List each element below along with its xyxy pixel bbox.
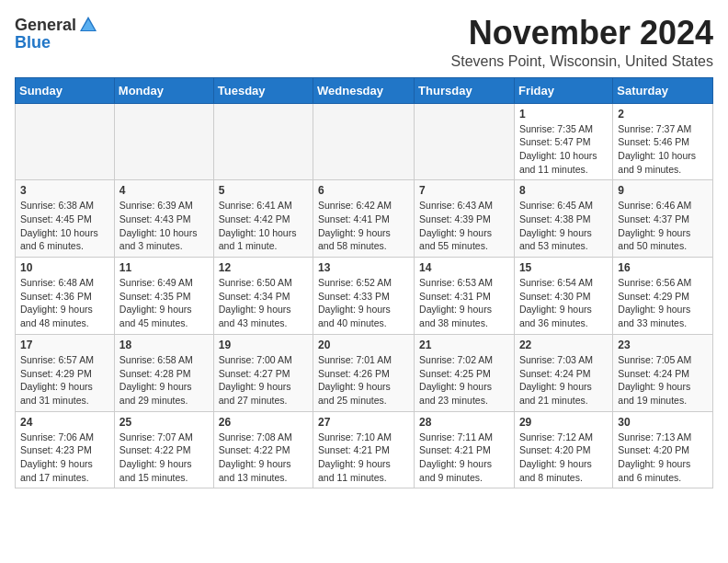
weekday-header-tuesday: Tuesday — [213, 77, 313, 103]
day-info: Sunrise: 7:03 AMSunset: 4:24 PMDaylight:… — [519, 353, 608, 408]
calendar-cell: 30Sunrise: 7:13 AMSunset: 4:20 PMDayligh… — [613, 411, 713, 488]
calendar-cell: 3Sunrise: 6:38 AMSunset: 4:45 PMDaylight… — [16, 180, 115, 258]
day-number: 14 — [419, 261, 509, 274]
calendar-cell: 2Sunrise: 7:37 AMSunset: 5:46 PMDaylight… — [613, 103, 713, 180]
calendar-cell — [213, 103, 313, 180]
weekday-header-sunday: Sunday — [16, 77, 115, 103]
calendar-week-1: 1Sunrise: 7:35 AMSunset: 5:47 PMDaylight… — [16, 103, 713, 180]
calendar-cell: 11Sunrise: 6:49 AMSunset: 4:35 PMDayligh… — [114, 258, 213, 335]
page-header: General Blue November 2024 Stevens Point… — [15, 15, 713, 70]
day-info: Sunrise: 6:46 AMSunset: 4:37 PMDaylight:… — [618, 199, 708, 253]
day-info: Sunrise: 7:02 AMSunset: 4:25 PMDaylight:… — [419, 353, 509, 408]
logo: General Blue — [15, 15, 98, 52]
calendar-cell: 9Sunrise: 6:46 AMSunset: 4:37 PMDaylight… — [613, 180, 713, 258]
day-info: Sunrise: 7:13 AMSunset: 4:20 PMDaylight:… — [618, 431, 708, 485]
weekday-header-wednesday: Wednesday — [313, 77, 415, 103]
day-number: 24 — [20, 416, 109, 429]
day-info: Sunrise: 6:39 AMSunset: 4:43 PMDaylight:… — [119, 199, 209, 253]
day-number: 17 — [20, 339, 109, 351]
day-info: Sunrise: 6:54 AMSunset: 4:30 PMDaylight:… — [519, 276, 608, 330]
day-number: 8 — [519, 184, 608, 197]
day-number: 13 — [318, 261, 409, 274]
day-info: Sunrise: 7:08 AMSunset: 4:22 PMDaylight:… — [219, 431, 308, 485]
calendar-cell — [313, 103, 415, 180]
day-number: 7 — [419, 184, 509, 197]
logo-blue-text: Blue — [15, 33, 51, 52]
calendar-cell: 14Sunrise: 6:53 AMSunset: 4:31 PMDayligh… — [415, 258, 515, 335]
calendar-cell: 23Sunrise: 7:05 AMSunset: 4:24 PMDayligh… — [613, 334, 713, 411]
day-number: 19 — [219, 339, 308, 351]
calendar-week-4: 17Sunrise: 6:57 AMSunset: 4:29 PMDayligh… — [16, 334, 713, 411]
day-info: Sunrise: 6:52 AMSunset: 4:33 PMDaylight:… — [318, 276, 409, 330]
day-info: Sunrise: 7:01 AMSunset: 4:26 PMDaylight:… — [318, 353, 409, 408]
day-number: 23 — [618, 339, 708, 351]
day-info: Sunrise: 7:05 AMSunset: 4:24 PMDaylight:… — [618, 353, 708, 408]
calendar-cell — [114, 103, 213, 180]
day-number: 6 — [318, 184, 409, 197]
weekday-header-thursday: Thursday — [415, 77, 515, 103]
calendar-cell: 27Sunrise: 7:10 AMSunset: 4:21 PMDayligh… — [313, 411, 415, 488]
day-info: Sunrise: 7:07 AMSunset: 4:22 PMDaylight:… — [119, 431, 209, 485]
calendar-cell: 6Sunrise: 6:42 AMSunset: 4:41 PMDaylight… — [313, 180, 415, 258]
calendar-cell: 22Sunrise: 7:03 AMSunset: 4:24 PMDayligh… — [514, 334, 612, 411]
calendar-cell: 8Sunrise: 6:45 AMSunset: 4:38 PMDaylight… — [514, 180, 612, 258]
day-number: 12 — [219, 261, 308, 274]
calendar-table: SundayMondayTuesdayWednesdayThursdayFrid… — [15, 77, 713, 489]
calendar-header-row: SundayMondayTuesdayWednesdayThursdayFrid… — [16, 77, 713, 103]
calendar-cell: 25Sunrise: 7:07 AMSunset: 4:22 PMDayligh… — [114, 411, 213, 488]
calendar-week-3: 10Sunrise: 6:48 AMSunset: 4:36 PMDayligh… — [16, 258, 713, 335]
day-info: Sunrise: 6:53 AMSunset: 4:31 PMDaylight:… — [419, 276, 509, 330]
logo-icon — [78, 15, 98, 35]
day-number: 27 — [318, 416, 409, 429]
day-number: 2 — [618, 108, 708, 121]
day-info: Sunrise: 7:11 AMSunset: 4:21 PMDaylight:… — [419, 431, 509, 485]
calendar-cell: 13Sunrise: 6:52 AMSunset: 4:33 PMDayligh… — [313, 258, 415, 335]
logo-general-text: General — [15, 16, 76, 35]
calendar-cell: 10Sunrise: 6:48 AMSunset: 4:36 PMDayligh… — [16, 258, 115, 335]
day-info: Sunrise: 6:56 AMSunset: 4:29 PMDaylight:… — [618, 276, 708, 330]
day-number: 25 — [119, 416, 209, 429]
day-info: Sunrise: 7:10 AMSunset: 4:21 PMDaylight:… — [318, 431, 409, 485]
day-number: 18 — [119, 339, 209, 351]
day-info: Sunrise: 7:37 AMSunset: 5:46 PMDaylight:… — [618, 122, 708, 177]
day-number: 20 — [318, 339, 409, 351]
day-number: 11 — [119, 261, 209, 274]
day-number: 9 — [618, 184, 708, 197]
day-number: 5 — [219, 184, 308, 197]
calendar-cell: 5Sunrise: 6:41 AMSunset: 4:42 PMDaylight… — [213, 180, 313, 258]
day-number: 10 — [20, 261, 109, 274]
day-number: 1 — [519, 108, 608, 121]
day-info: Sunrise: 6:38 AMSunset: 4:45 PMDaylight:… — [20, 199, 109, 253]
calendar-cell: 28Sunrise: 7:11 AMSunset: 4:21 PMDayligh… — [415, 411, 515, 488]
calendar-cell: 21Sunrise: 7:02 AMSunset: 4:25 PMDayligh… — [415, 334, 515, 411]
calendar-cell — [16, 103, 115, 180]
calendar-cell: 16Sunrise: 6:56 AMSunset: 4:29 PMDayligh… — [613, 258, 713, 335]
calendar-cell: 24Sunrise: 7:06 AMSunset: 4:23 PMDayligh… — [16, 411, 115, 488]
day-info: Sunrise: 6:57 AMSunset: 4:29 PMDaylight:… — [20, 353, 109, 408]
day-info: Sunrise: 6:49 AMSunset: 4:35 PMDaylight:… — [119, 276, 209, 330]
calendar-cell: 12Sunrise: 6:50 AMSunset: 4:34 PMDayligh… — [213, 258, 313, 335]
day-number: 15 — [519, 261, 608, 274]
month-title: November 2024 — [451, 15, 713, 52]
calendar-week-5: 24Sunrise: 7:06 AMSunset: 4:23 PMDayligh… — [16, 411, 713, 488]
calendar-cell: 26Sunrise: 7:08 AMSunset: 4:22 PMDayligh… — [213, 411, 313, 488]
day-number: 16 — [618, 261, 708, 274]
day-number: 22 — [519, 339, 608, 351]
day-info: Sunrise: 6:42 AMSunset: 4:41 PMDaylight:… — [318, 199, 409, 253]
calendar-cell: 18Sunrise: 6:58 AMSunset: 4:28 PMDayligh… — [114, 334, 213, 411]
day-info: Sunrise: 6:41 AMSunset: 4:42 PMDaylight:… — [219, 199, 308, 253]
day-number: 4 — [119, 184, 209, 197]
day-info: Sunrise: 6:45 AMSunset: 4:38 PMDaylight:… — [519, 199, 608, 253]
day-number: 28 — [419, 416, 509, 429]
calendar-cell: 29Sunrise: 7:12 AMSunset: 4:20 PMDayligh… — [514, 411, 612, 488]
calendar-cell — [415, 103, 515, 180]
day-number: 21 — [419, 339, 509, 351]
weekday-header-saturday: Saturday — [613, 77, 713, 103]
day-number: 30 — [618, 416, 708, 429]
title-area: November 2024 Stevens Point, Wisconsin, … — [451, 15, 713, 70]
calendar-cell: 20Sunrise: 7:01 AMSunset: 4:26 PMDayligh… — [313, 334, 415, 411]
weekday-header-friday: Friday — [514, 77, 612, 103]
calendar-cell: 1Sunrise: 7:35 AMSunset: 5:47 PMDaylight… — [514, 103, 612, 180]
day-number: 3 — [20, 184, 109, 197]
weekday-header-monday: Monday — [114, 77, 213, 103]
